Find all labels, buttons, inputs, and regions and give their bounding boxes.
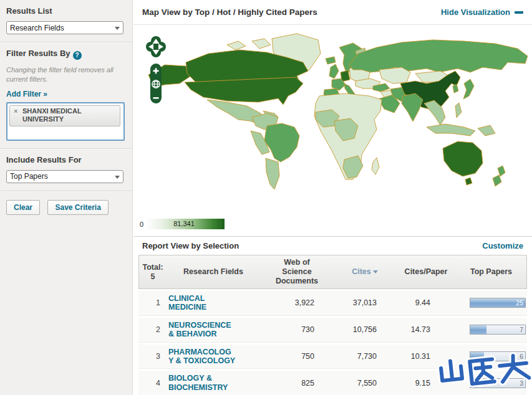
top-papers-bar: 3 — [470, 378, 526, 388]
row-rank: 1 — [138, 295, 166, 310]
docs-value: 730 — [259, 322, 333, 337]
table-header-row: Total: 5 Research Fields Web of Science … — [138, 255, 527, 289]
include-results-selected-value: Top Papers — [10, 172, 48, 181]
map-panel-title: Map View by Top / Hot / Highly Cited Pap… — [142, 7, 317, 17]
docs-value: 825 — [259, 376, 333, 391]
results-table: Total: 5 Research Fields Web of Science … — [138, 255, 527, 395]
map-color-legend: 0 81,341 — [140, 219, 225, 229]
cites-per-paper-value: 9.44 — [395, 295, 455, 310]
globe-icon — [152, 80, 160, 88]
include-results-select[interactable]: Top Papers — [6, 170, 123, 183]
research-field-link[interactable]: BIOLOGY & BIOCHEMISTRY — [166, 371, 238, 395]
table-row[interactable]: 4 BIOLOGY & BIOCHEMISTRY 825 7,550 9.15 … — [138, 371, 527, 395]
results-list-section: Results List Research Fields — [0, 0, 132, 42]
docs-value: 3,922 — [259, 295, 333, 310]
clear-button[interactable]: Clear — [6, 200, 40, 215]
map-header: Map View by Top / Hot / Highly Cited Pap… — [133, 0, 532, 25]
map-visualization-panel: Map View by Top / Hot / Highly Cited Pap… — [133, 0, 532, 237]
docs-value: 750 — [259, 349, 333, 364]
top-papers-bar: 6 — [470, 351, 526, 361]
col-header-cites-per-paper[interactable]: Cites/Paper — [396, 265, 456, 279]
col-header-total: Total: 5 — [139, 260, 167, 284]
report-header: Report View by Selection Customize — [133, 237, 532, 255]
results-list-label: Results List — [6, 6, 126, 16]
report-panel-title: Report View by Selection — [142, 241, 239, 250]
help-icon[interactable]: ? — [73, 51, 82, 60]
main-content: Map View by Top / Hot / Highly Cited Pap… — [133, 0, 532, 395]
col-header-cites[interactable]: Cites — [334, 265, 396, 279]
chevron-down-icon — [115, 176, 120, 179]
cites-per-paper-value: 10.31 — [395, 349, 455, 364]
active-filters-box[interactable]: × SHANXI MEDICAL UNIVERSITY — [6, 102, 125, 141]
cites-per-paper-value: 14.73 — [395, 322, 455, 337]
report-panel: Report View by Selection Customize Total… — [133, 237, 532, 395]
results-list-select[interactable]: Research Fields — [6, 21, 123, 34]
research-field-link[interactable]: PHARMACOLOGY & TOXICOLOGY — [166, 345, 238, 369]
col-header-research-fields[interactable]: Research Fields — [167, 265, 260, 279]
hide-visualization-label: Hide Visualization — [441, 7, 510, 17]
esi-app-window: Results List Research Fields Filter Resu… — [0, 0, 532, 395]
top-papers-bar: 25 — [470, 298, 526, 308]
filter-chip-label: SHANXI MEDICAL UNIVERSITY — [22, 107, 82, 123]
row-rank: 4 — [138, 376, 166, 391]
row-rank: 3 — [138, 349, 166, 364]
collapse-minus-icon — [515, 11, 523, 14]
world-choropleth-map[interactable] — [133, 26, 532, 213]
legend-gradient-bar: 81,341 — [146, 219, 225, 229]
legend-min-value: 0 — [140, 221, 143, 228]
results-list-selected-value: Research Fields — [10, 24, 64, 32]
cites-value: 7,550 — [333, 376, 395, 391]
table-row[interactable]: 2 NEUROSCIENCE & BEHAVIOR 730 10,756 14.… — [138, 318, 527, 343]
top-papers-bar: 7 — [470, 325, 526, 335]
sort-desc-icon — [373, 270, 378, 274]
zoom-out-icon — [153, 97, 159, 99]
remove-filter-icon[interactable]: × — [14, 107, 17, 116]
map-pan-zoom-controls[interactable] — [146, 36, 166, 106]
filter-note: Changing the filter field removes all cu… — [6, 65, 126, 84]
col-header-top-papers[interactable]: Top Papers — [456, 265, 526, 279]
add-filter-link[interactable]: Add Filter » — [6, 90, 47, 98]
row-rank: 2 — [138, 322, 166, 337]
research-field-link[interactable]: CLINICAL MEDICINE — [166, 291, 238, 315]
actions-section: Clear Save Criteria — [0, 191, 132, 222]
hide-visualization-link[interactable]: Hide Visualization — [441, 7, 523, 17]
cites-value: 37,013 — [333, 295, 395, 310]
research-field-link[interactable]: NEUROSCIENCE & BEHAVIOR — [166, 318, 238, 342]
cites-value: 7,730 — [333, 349, 395, 364]
filter-section-title-text: Filter Results By — [6, 49, 70, 58]
include-results-label: Include Results For — [6, 155, 126, 164]
table-body: 1 CLINICAL MEDICINE 3,922 37,013 9.44 25… — [138, 291, 527, 395]
cites-per-paper-value: 9.15 — [395, 376, 455, 391]
legend-max-value: 81,341 — [173, 220, 195, 227]
table-row[interactable]: 3 PHARMACOLOGY & TOXICOLOGY 750 7,730 10… — [138, 345, 527, 369]
sidebar: Results List Research Fields Filter Resu… — [0, 0, 133, 395]
table-row[interactable]: 1 CLINICAL MEDICINE 3,922 37,013 9.44 25 — [138, 291, 527, 316]
col-header-wos-documents[interactable]: Web of Science Documents — [260, 255, 334, 288]
save-criteria-button[interactable]: Save Criteria — [47, 200, 108, 215]
filter-chip[interactable]: × SHANXI MEDICAL UNIVERSITY — [9, 105, 120, 127]
filter-section: Filter Results By? Changing the filter f… — [0, 42, 132, 149]
include-results-section: Include Results For Top Papers — [0, 149, 132, 191]
chevron-down-icon — [115, 27, 120, 30]
filter-section-title: Filter Results By? — [6, 49, 126, 60]
cites-value: 10,756 — [333, 322, 395, 337]
customize-link[interactable]: Customize — [482, 241, 523, 250]
